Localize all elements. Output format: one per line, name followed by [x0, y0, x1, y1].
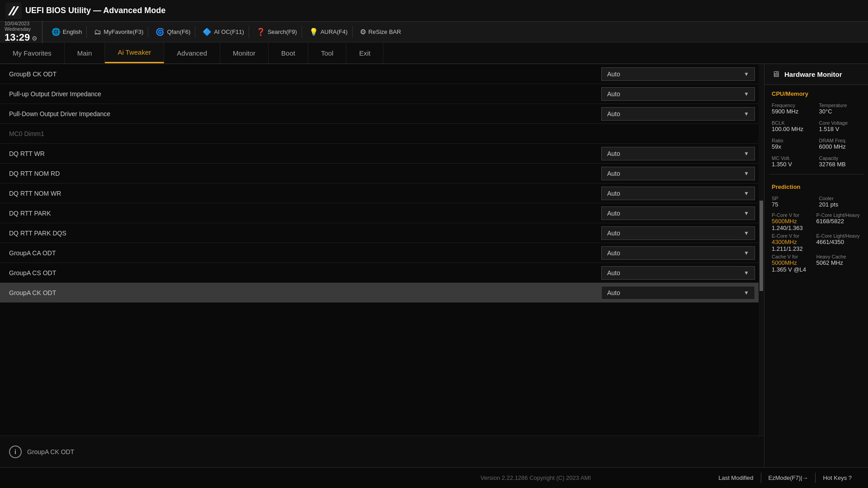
aioc-icon: 🔷 [203, 28, 212, 36]
pcore-v-label: P-Core V for [772, 212, 816, 218]
pcore-lh-val: 6168/5822 [816, 218, 861, 225]
hot-keys-button[interactable]: Hot Keys ? [816, 473, 859, 483]
chevron-down-icon: ▼ [744, 290, 749, 296]
setting-label: GroupB CK ODT [9, 70, 601, 78]
setting-row-groupa-ck-odt[interactable]: GroupA CK ODT Auto ▼ [0, 283, 764, 303]
myfav-label: MyFavorite(F3) [104, 28, 143, 35]
pcore-freq: 5600MHz [772, 218, 816, 225]
nav-advanced[interactable]: Advanced [164, 42, 220, 63]
setting-row-dq-rtt-park-dqs: DQ RTT PARK DQS Auto ▼ [0, 223, 764, 243]
cache-heavy-val: 5062 MHz [816, 259, 861, 266]
ezmode-button[interactable]: EzMode(F7)|→ [761, 473, 816, 483]
sidebar-metric-bclk: BCLK 100.00 MHz [769, 117, 816, 135]
metric-value: 100.00 MHz [772, 126, 814, 132]
pcore-volt: 1.240/1.363 [772, 225, 816, 231]
metric-label: MC Volt. [772, 155, 814, 161]
metric-value: 201 pts [819, 201, 861, 208]
toolbar-aioc[interactable]: 🔷 AI OC(F11) [198, 26, 249, 38]
sidebar-metric-mc-volt: MC Volt. 1.350 V [769, 153, 816, 170]
chevron-down-icon: ▼ [744, 111, 749, 117]
metric-value: 75 [772, 201, 814, 208]
setting-row-dq-rtt-park: DQ RTT PARK Auto ▼ [0, 203, 764, 223]
metric-label: SP [772, 196, 814, 201]
metric-value: 30°C [819, 108, 861, 115]
nav-tool[interactable]: Tool [308, 42, 347, 63]
chevron-down-icon: ▼ [744, 230, 749, 236]
datetime: 10/04/2023 Wednesday 13:29 ⚙ [5, 21, 42, 43]
toolbar-myfavorite[interactable]: 🗂 MyFavorite(F3) [90, 26, 148, 38]
info-text: GroupA CK ODT [27, 448, 74, 455]
nav-boot[interactable]: Boot [269, 42, 308, 63]
nav-exit[interactable]: Exit [346, 42, 383, 63]
nav-ai-tweaker[interactable]: Ai Tweaker [105, 42, 164, 63]
dropdown-dq-rtt-nom-rd[interactable]: Auto ▼ [601, 167, 755, 180]
setting-control: Auto ▼ [601, 246, 755, 260]
nav-my-favorites[interactable]: My Favorites [0, 42, 65, 63]
toolbar-search[interactable]: ❓ Search(F9) [252, 26, 302, 38]
setting-control: Auto ▼ [601, 266, 755, 280]
app-title: UEFI BIOS Utility — Advanced Mode [25, 6, 165, 15]
dropdown-groupa-ck-odt[interactable]: Auto ▼ [601, 286, 755, 300]
setting-control: Auto ▼ [601, 206, 755, 220]
setting-row-pulldown: Pull-Down Output Driver Impedance Auto ▼ [0, 104, 764, 124]
setting-label: DQ RTT PARK DQS [9, 230, 601, 237]
toolbar-qfan[interactable]: 🌀 Qfan(F6) [151, 26, 195, 38]
chevron-down-icon: ▼ [744, 210, 749, 216]
ecore-v-label: E-Core V for [772, 233, 816, 239]
sidebar-cpu-memory-section: CPU/Memory [764, 85, 868, 100]
monitor-icon: 🖥 [772, 70, 780, 79]
chevron-down-icon: ▼ [744, 270, 749, 276]
ecore-lh-label: E-Core Light/Heavy [816, 233, 861, 239]
toolbar-aura[interactable]: 💡 AURA(F4) [305, 26, 353, 38]
metric-value: 1.518 V [819, 126, 861, 132]
dropdown-groupb-ck-odt[interactable]: Auto ▼ [601, 67, 755, 81]
scrollbar[interactable] [759, 64, 764, 436]
setting-row-groupa-cs-odt: GroupA CS ODT Auto ▼ [0, 263, 764, 283]
aura-icon: 💡 [309, 28, 318, 36]
section-title-mc0: MC0 Dimm1 [9, 130, 755, 137]
chevron-down-icon: ▼ [744, 170, 749, 177]
aioc-label: AI OC(F11) [214, 28, 244, 35]
chevron-down-icon: ▼ [744, 91, 749, 97]
sidebar-header: 🖥 Hardware Monitor [764, 64, 868, 85]
sidebar-metric-cooler: Cooler 201 pts [816, 193, 864, 211]
setting-control: Auto ▼ [601, 87, 755, 101]
setting-row-groupb-ck-odt: GroupB CK ODT Auto ▼ [0, 64, 764, 84]
last-modified-button[interactable]: Last Modified [711, 473, 761, 483]
info-panel: i GroupA CK ODT [0, 436, 764, 467]
dropdown-groupa-cs-odt[interactable]: Auto ▼ [601, 266, 755, 280]
dropdown-dq-rtt-park[interactable]: Auto ▼ [601, 206, 755, 220]
dropdown-pulldown[interactable]: Auto ▼ [601, 107, 755, 121]
dropdown-groupa-ca-odt[interactable]: Auto ▼ [601, 246, 755, 260]
metric-value: 1.350 V [772, 161, 814, 168]
dropdown-dq-rtt-wr[interactable]: Auto ▼ [601, 147, 755, 160]
chevron-down-icon: ▼ [744, 250, 749, 256]
nav-monitor[interactable]: Monitor [220, 42, 269, 63]
scrollbar-thumb[interactable] [760, 201, 763, 291]
setting-row-pullup: Pull-up Output Driver Impedance Auto ▼ [0, 84, 764, 104]
logo: UEFI BIOS Utility — Advanced Mode [5, 3, 165, 19]
setting-label: DQ RTT PARK [9, 210, 601, 217]
setting-control: Auto ▼ [601, 147, 755, 160]
setting-row-mc0-dimm1: MC0 Dimm1 [0, 124, 764, 144]
resizebar-label: ReSize BAR [368, 28, 401, 35]
nav-main[interactable]: Main [65, 42, 105, 63]
qfan-icon: 🌀 [156, 28, 165, 36]
metric-label: Core Voltage [819, 120, 861, 126]
metric-label: Temperature [819, 103, 861, 108]
metric-value: 5900 MHz [772, 108, 814, 115]
setting-label: DQ RTT WR [9, 150, 601, 157]
content-and-info: GroupB CK ODT Auto ▼ Pull-up Output Driv… [0, 64, 764, 467]
chevron-down-icon: ▼ [744, 150, 749, 157]
toolbar-english[interactable]: 🌐 English [47, 26, 87, 38]
footer-right: Last Modified EzMode(F7)|→ Hot Keys ? [711, 473, 859, 483]
dropdown-pullup[interactable]: Auto ▼ [601, 87, 755, 101]
dropdown-dq-rtt-park-dqs[interactable]: Auto ▼ [601, 226, 755, 240]
chevron-down-icon: ▼ [744, 71, 749, 77]
sidebar-prediction-grid: SP 75 Cooler 201 pts [764, 193, 868, 211]
toolbar-resizebar[interactable]: ⚙ ReSize BAR [355, 26, 406, 38]
dropdown-dq-rtt-nom-wr[interactable]: Auto ▼ [601, 187, 755, 200]
pcore-section: P-Core V for 5600MHz 1.240/1.363 P-Core … [764, 211, 868, 275]
sidebar-prediction-section: Prediction [764, 178, 868, 193]
info-icon: i [9, 446, 22, 458]
